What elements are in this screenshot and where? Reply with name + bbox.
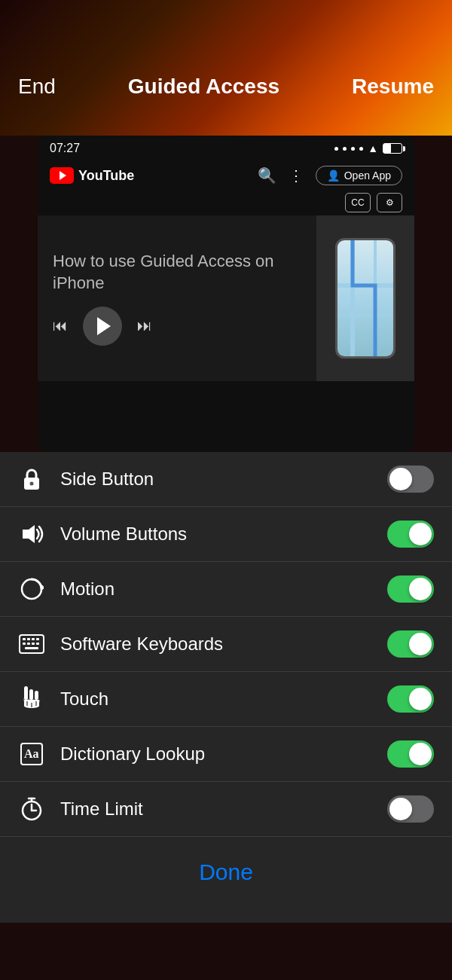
motion-toggle[interactable] [387,575,434,603]
volume-icon [18,521,45,548]
side-button-toggle[interactable] [387,466,434,493]
battery-icon [383,143,402,154]
touch-knob [409,688,432,710]
settings-panel: Side Button Volume Buttons Motion [0,452,452,837]
time-limit-knob [389,798,412,820]
software-keyboards-toggle[interactable] [387,630,434,658]
signal-dot-1 [334,147,338,151]
dict-icon: Aa [18,740,45,768]
prev-button[interactable]: ⏮ [53,317,68,334]
keyboard-icon [18,630,45,658]
player-settings-button[interactable]: ⚙ [377,193,402,212]
play-button[interactable] [83,307,122,346]
play-icon [97,317,111,335]
more-options-icon[interactable]: ⋮ [289,166,304,185]
video-content: How to use Guided Access on iPhone ⏮ ⏭ [38,215,414,381]
svg-rect-16 [32,643,35,645]
touch-icon [18,685,45,713]
youtube-icon [50,167,74,184]
signal-dot-4 [359,147,363,151]
motion-label: Motion [60,579,372,600]
software-keyboards-label: Software Keyboards [60,633,372,655]
youtube-nav-icons: 🔍 ⋮ 👤 Open App [258,166,402,185]
signal-dot-3 [351,147,355,151]
svg-rect-11 [27,638,30,640]
signal-dot-2 [343,147,347,151]
youtube-text: YouTube [78,168,134,184]
svg-marker-6 [23,525,35,543]
youtube-player: 07:27 ▲ YouTube 🔍 ⋮ 👤 Open App [38,136,414,452]
timer-icon [18,795,45,823]
motion-row: Motion [0,562,452,617]
status-icons: ▲ [334,142,402,154]
map-visual [337,240,393,356]
wifi-icon: ▲ [368,142,378,154]
dictionary-lookup-row: Aa Dictionary Lookup [0,727,452,782]
software-keyboards-knob [409,633,432,655]
svg-rect-10 [23,638,26,640]
svg-rect-17 [36,643,39,645]
touch-row: Touch [0,672,452,727]
volume-buttons-label: Volume Buttons [60,524,372,545]
dictionary-lookup-toggle[interactable] [387,740,434,768]
time-limit-toggle[interactable] [387,795,434,823]
dictionary-lookup-knob [409,743,432,765]
svg-rect-18 [25,647,38,649]
search-icon[interactable]: 🔍 [258,166,276,185]
volume-buttons-knob [409,523,432,545]
resume-button[interactable]: Resume [352,75,434,99]
video-left-panel: How to use Guided Access on iPhone ⏮ ⏭ [38,236,316,360]
svg-rect-12 [32,638,35,640]
svg-text:Aa: Aa [24,747,39,760]
status-time: 07:27 [50,142,80,155]
open-app-label: Open App [344,169,391,182]
dictionary-lookup-label: Dictionary Lookup [60,743,372,765]
next-button[interactable]: ⏭ [137,317,152,334]
status-bar: 07:27 ▲ [38,136,414,161]
side-button-label: Side Button [60,469,372,490]
open-app-button[interactable]: 👤 Open App [316,166,402,185]
gear-icon: ⚙ [386,197,394,208]
svg-rect-20 [29,689,33,700]
cc-settings-row: CC ⚙ [38,190,414,215]
motion-icon [18,575,45,603]
youtube-logo: YouTube [50,167,134,184]
svg-rect-13 [36,638,39,640]
svg-point-5 [30,482,34,486]
end-button[interactable]: End [18,75,56,99]
youtube-navbar: YouTube 🔍 ⋮ 👤 Open App [38,161,414,190]
svg-rect-19 [24,686,28,700]
video-controls: ⏮ ⏭ [53,307,301,346]
touch-toggle[interactable] [387,685,434,713]
video-caption: How to use Guided Access on iPhone [53,251,301,294]
svg-rect-14 [23,643,26,645]
software-keyboards-row: Software Keyboards [0,617,452,672]
account-icon: 👤 [327,169,340,182]
time-limit-label: Time Limit [60,798,372,820]
phone-mockup [335,238,396,359]
cc-button[interactable]: CC [345,193,371,212]
svg-rect-15 [27,643,30,645]
motion-knob [409,578,432,600]
time-limit-row: Time Limit [0,782,452,837]
side-button-row: Side Button [0,452,452,507]
svg-rect-21 [35,691,38,700]
header-bar: End Guided Access Resume [0,0,452,136]
done-area: Done [0,837,452,923]
video-thumbnail [316,215,414,381]
volume-buttons-toggle[interactable] [387,521,434,548]
play-triangle-logo [60,171,66,180]
page-title: Guided Access [128,75,279,99]
side-button-knob [389,468,412,490]
done-button[interactable]: Done [199,859,253,885]
touch-label: Touch [60,688,372,710]
svg-marker-8 [41,585,44,591]
lock-icon [18,466,45,493]
volume-buttons-row: Volume Buttons [0,507,452,562]
